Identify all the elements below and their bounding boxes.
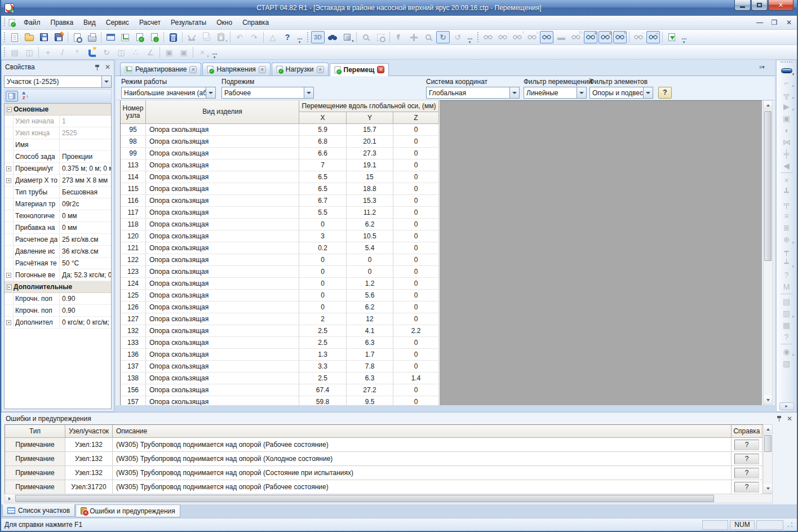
property-row[interactable]: Тип трубыБесшовная (5, 187, 111, 198)
mdi-restore-icon[interactable]: ❐ (770, 19, 779, 26)
menu-item-1[interactable]: Файл (19, 17, 46, 28)
results-vertical-scrollbar[interactable] (763, 100, 773, 405)
menu-item-7[interactable]: Окно (211, 17, 237, 28)
column-header-node[interactable]: Номер узла (121, 100, 146, 124)
table-row[interactable]: 115Опора скользящая6.518.80 (121, 183, 440, 195)
table-row[interactable]: 127Опора скользящая2120 (121, 313, 440, 325)
context-help-icon[interactable]: ? (281, 31, 294, 43)
find-icon[interactable] (326, 31, 339, 43)
tab-close-icon[interactable]: ✕ (259, 66, 266, 73)
save-as-icon[interactable] (52, 31, 65, 43)
table-row[interactable]: 126Опора скользящая06.20 (121, 302, 440, 313)
errors-column-desc[interactable]: Описание (113, 425, 732, 438)
window-layout-icon[interactable] (104, 31, 117, 43)
property-row[interactable]: Узел начала1 (5, 116, 111, 127)
toolbar-overflow-icon[interactable]: ▾ (466, 31, 473, 43)
open-folder-icon[interactable] (23, 31, 36, 43)
property-value[interactable]: 273 мм X 8 мм (60, 175, 111, 186)
bottom-tab-2-active[interactable]: Ошибки и предупреждения (76, 504, 180, 517)
filter-5-combobox[interactable]: Опоры и подвески (589, 87, 653, 99)
column-header-y[interactable]: Y (347, 112, 393, 124)
menu-item-2[interactable]: Правка (46, 17, 79, 28)
chevron-down-icon[interactable] (206, 87, 215, 98)
table-row[interactable]: 157Опора скользящая59.89.50 (121, 396, 440, 405)
property-value[interactable]: 50 °C (60, 258, 111, 269)
property-value[interactable]: 2525 (60, 127, 111, 139)
chevron-down-icon[interactable] (509, 87, 519, 98)
scroll-up-icon[interactable] (764, 425, 772, 434)
table-row[interactable]: 118Опора скользящая06.20 (121, 219, 440, 230)
chevron-down-icon[interactable] (577, 87, 586, 98)
property-value[interactable]: 0 мм (60, 222, 111, 233)
menu-item-6[interactable]: Результаты (166, 17, 211, 28)
errors-column-node[interactable]: Узел/участок (65, 425, 113, 438)
tab-4-active[interactable]: Перемещ✕ (330, 63, 389, 76)
mdi-close-icon[interactable]: ✕ (784, 19, 793, 26)
rotate-view-icon[interactable]: ↻ (436, 31, 450, 43)
toolbar-overflow-icon[interactable]: ▾ (211, 46, 218, 59)
property-row[interactable]: Материал тр09г2с (5, 198, 111, 210)
table-row[interactable]: 99Опора скользящая6.627.30 (121, 148, 440, 159)
categorized-view-button[interactable] (6, 91, 18, 101)
property-value[interactable]: 0 кгс/м; 0 кгс/м; (60, 317, 111, 328)
property-value[interactable]: 36 кгс/кв.см (60, 246, 111, 257)
property-value[interactable]: Бесшовная (60, 187, 111, 198)
scroll-down-icon[interactable] (764, 484, 772, 493)
expand-icon[interactable]: + (6, 320, 11, 325)
table-row[interactable]: 122Опора скользящая000 (121, 254, 440, 266)
errors-vertical-scrollbar[interactable] (763, 424, 773, 494)
table-row[interactable]: 124Опора скользящая01.20 (121, 278, 440, 290)
table-row[interactable]: 132Опора скользящая2.54.12.2 (121, 325, 440, 337)
export-results-icon[interactable] (665, 31, 679, 43)
filter-1-combobox[interactable]: Наибольшие значения (абс.) (121, 87, 216, 99)
table-row[interactable]: 137Опора скользящая3.37.80 (121, 361, 440, 373)
scrollbar-thumb[interactable] (764, 111, 772, 261)
chevron-down-icon[interactable] (643, 87, 653, 98)
errors-horizontal-scrollbar[interactable] (5, 494, 773, 503)
property-row[interactable]: Расчётная те50 °C (5, 258, 111, 269)
show-names-a-icon[interactable]: a (584, 31, 597, 43)
show-nodes-icon[interactable] (540, 31, 553, 43)
table-row[interactable]: 138Опора скользящая2.56.31.4 (121, 373, 440, 384)
table-row[interactable]: 136Опора скользящая1.31.70 (121, 349, 440, 361)
property-row[interactable]: Кпрочн. поп0.90 (5, 293, 111, 305)
tab-3[interactable]: Нагрузки✕ (272, 63, 329, 76)
scroll-down-icon[interactable] (764, 396, 772, 405)
error-row[interactable]: ПримечаниеУзел:132(W305) Трубопровод под… (5, 438, 763, 452)
table-row[interactable]: 121Опора скользящая0.25.40 (121, 242, 440, 254)
tab-2[interactable]: Напряжения✕ (202, 63, 270, 76)
table-row[interactable]: 98Опора скользящая6.820.10 (121, 136, 440, 148)
bottom-tab-1[interactable]: Список участков (2, 504, 75, 517)
collapse-icon[interactable]: − (7, 285, 12, 290)
maximize-button[interactable] (751, 0, 768, 11)
property-category[interactable]: −Дополнительные (5, 281, 111, 293)
property-row[interactable]: Имя (5, 139, 111, 151)
scroll-up-icon[interactable] (764, 101, 772, 110)
errors-column-type[interactable]: Тип (5, 425, 65, 438)
scroll-right-icon[interactable] (5, 494, 14, 503)
scrollbar-thumb[interactable] (764, 435, 772, 452)
column-header-item[interactable]: Вид изделия (146, 100, 299, 124)
chevron-down-icon[interactable] (101, 76, 111, 87)
new-document-icon[interactable] (8, 31, 21, 43)
filter-4-combobox[interactable]: Линейные (524, 87, 587, 99)
anchor-icon[interactable] (85, 46, 99, 59)
property-value[interactable] (60, 139, 111, 150)
toolbar-overflow-icon[interactable]: ▾ (680, 31, 688, 43)
property-row[interactable]: Расчетное да25 кгс/кв.см (5, 234, 111, 246)
help-reference-button[interactable]: ? (734, 468, 759, 478)
show-dimensions-all-icon[interactable]: ↔ (646, 31, 660, 43)
help-button[interactable]: ? (658, 87, 672, 99)
toolbar-overflow-icon[interactable]: ▾ (296, 31, 303, 43)
property-row[interactable]: +Дополнител0 кгс/м; 0 кгс/м; (5, 317, 111, 329)
property-value[interactable]: 0.90 (60, 293, 111, 304)
expand-icon[interactable]: + (6, 273, 11, 278)
property-value[interactable]: 0.90 (60, 305, 111, 316)
property-value[interactable]: 09г2с (60, 198, 111, 210)
collapse-icon[interactable]: − (7, 107, 12, 112)
scrollbar-thumb[interactable] (15, 495, 714, 502)
property-value[interactable]: Проекции (60, 151, 111, 162)
column-header-x[interactable]: X (299, 112, 347, 124)
menu-item-8[interactable]: Справка (237, 17, 274, 28)
property-row[interactable]: Технологиче0 мм (5, 210, 111, 222)
